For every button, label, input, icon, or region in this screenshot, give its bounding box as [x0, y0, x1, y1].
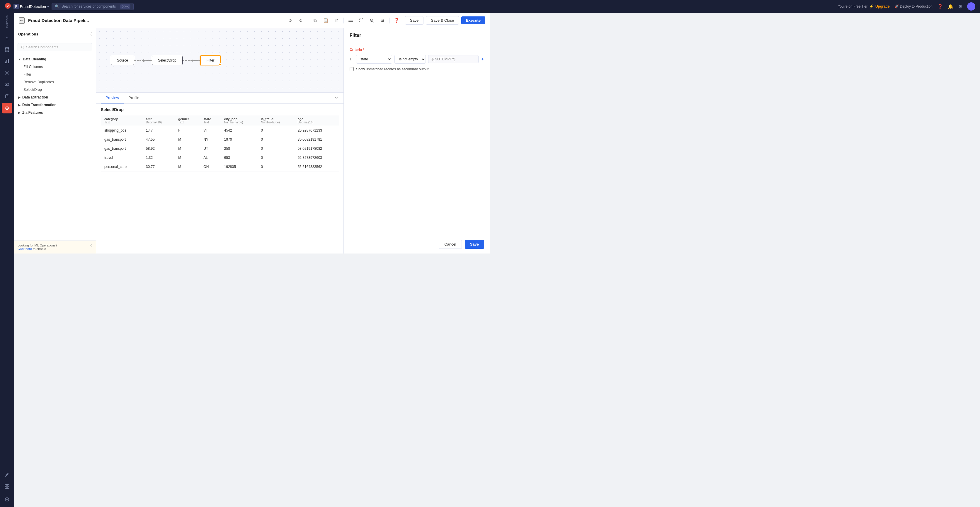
project-dropdown-icon[interactable]: ▾: [47, 5, 49, 9]
redo-button[interactable]: ↻: [296, 16, 305, 25]
copy-button[interactable]: ⧉: [311, 16, 320, 25]
filter-panel: Filter Criteria * 1 state is not empty: [344, 28, 490, 253]
chevron-right-icon: ▶: [18, 111, 21, 114]
criteria-number: 1: [350, 57, 354, 61]
category-zia-features[interactable]: ▶ Zia Features: [14, 109, 96, 116]
col-name: amt: [146, 117, 171, 121]
project-name[interactable]: F FraudDetection ▾: [13, 4, 49, 9]
table-cell: 0: [257, 162, 294, 172]
pipeline-title: Fraud Detection Data Pipeli...: [28, 18, 282, 23]
col-type: Number(large): [224, 121, 254, 124]
components-search[interactable]: Search Components: [18, 43, 92, 51]
paste-button[interactable]: 📋: [321, 16, 331, 25]
table-cell: personal_care: [101, 162, 142, 172]
category-data-extraction[interactable]: ▶ Data Extraction: [14, 94, 96, 101]
pipe-extension: [146, 60, 152, 60]
back-button[interactable]: ←: [19, 17, 25, 24]
active-indicator: [218, 63, 221, 66]
node-label: Source: [117, 58, 128, 62]
ops-item-select-drop[interactable]: Select/Drop: [14, 86, 96, 94]
svg-line-12: [7, 72, 9, 73]
global-search[interactable]: 🔍 Search for services or components ⌘+K: [52, 3, 134, 10]
tab-profile[interactable]: Profile: [124, 92, 144, 103]
col-header-city-pop: city_pop Number(large): [221, 116, 257, 126]
table-row: gas_transport58.92MUT258058.0219178082: [101, 144, 339, 153]
select-drop-node[interactable]: Select/Drop: [152, 56, 183, 65]
table-cell: 58.92: [142, 144, 175, 153]
table-cell: 1.32: [142, 153, 175, 162]
svg-point-2: [5, 47, 9, 49]
footer-text: Looking for ML Operations? Click here to…: [18, 243, 92, 251]
arrow-icon: ▶: [192, 58, 194, 62]
footer-link[interactable]: Click here: [18, 247, 32, 251]
source-node[interactable]: Source: [111, 56, 134, 65]
table-cell: NY: [200, 135, 220, 144]
table-row: personal_care30.77MOH192805055.616438356…: [101, 162, 339, 172]
criteria-value-input[interactable]: [428, 55, 479, 63]
ops-item-fill-columns[interactable]: Fill Columns: [14, 63, 96, 71]
zoom-out-button[interactable]: [367, 16, 377, 25]
undo-button[interactable]: ↺: [286, 16, 295, 25]
pipeline-nodes: Source ▶ Select/Drop ▶: [111, 56, 221, 65]
search-icon: 🔍: [55, 5, 59, 8]
footer-close-button[interactable]: ✕: [89, 243, 92, 248]
zoom-in-button[interactable]: [378, 16, 387, 25]
save-close-button[interactable]: Save & Close: [426, 16, 459, 25]
category-data-cleaning[interactable]: ▼ Data Cleaning: [14, 56, 96, 63]
svg-line-27: [372, 21, 374, 22]
sidebar-item-network[interactable]: [2, 68, 12, 78]
criteria-label: Criteria *: [350, 48, 484, 52]
filter-body: Criteria * 1 state is not empty +: [344, 43, 490, 235]
layout-button[interactable]: ▬: [346, 16, 355, 25]
svg-rect-3: [5, 62, 6, 63]
data-table: category Text amt Decimal(16) gender Tex…: [101, 116, 339, 172]
save-button[interactable]: Save: [405, 16, 424, 25]
tab-preview[interactable]: Preview: [101, 92, 124, 103]
table-cell: gas_transport: [101, 144, 142, 153]
table-cell: 0: [257, 135, 294, 144]
secondary-output-checkbox[interactable]: [350, 67, 354, 71]
filter-save-button[interactable]: Save: [465, 240, 484, 249]
ops-item-filter[interactable]: Filter: [14, 71, 96, 78]
collapse-panel-button[interactable]: ⟨: [90, 32, 92, 37]
add-criteria-button[interactable]: +: [481, 56, 484, 62]
connector-1: ▶: [134, 58, 152, 62]
fullscreen-button[interactable]: ⛶: [356, 16, 366, 25]
col-header-state: state Text: [200, 116, 220, 126]
services-label: Services: [6, 15, 8, 28]
toolbar-divider-2: [344, 17, 344, 24]
pipe-line: [134, 60, 144, 60]
condition-select[interactable]: is not empty: [395, 55, 426, 64]
pipeline-canvas[interactable]: Source ▶ Select/Drop ▶: [96, 28, 344, 92]
required-indicator: *: [363, 48, 364, 52]
col-name: age: [298, 117, 335, 121]
category-data-transformation[interactable]: ▶ Data Transformation: [14, 101, 96, 109]
cancel-button[interactable]: Cancel: [439, 240, 461, 249]
sidebar-item-pipeline[interactable]: [2, 103, 12, 113]
ops-item-remove-duplicates[interactable]: Remove Duplicates: [14, 78, 96, 86]
field-select[interactable]: state: [356, 55, 392, 64]
preview-expand-button[interactable]: [334, 95, 339, 101]
delete-button[interactable]: 🗑: [332, 16, 341, 25]
sidebar-item-database[interactable]: [2, 44, 12, 55]
table-cell: M: [175, 153, 200, 162]
sidebar-item-people[interactable]: [2, 79, 12, 90]
table-cell: 192805: [221, 162, 257, 172]
filter-node[interactable]: Filter: [200, 56, 221, 65]
left-sidebar: Services ⌂: [0, 13, 14, 253]
col-type: Number(large): [261, 121, 290, 124]
table-cell: 258: [221, 144, 257, 153]
help-button[interactable]: ❓: [392, 16, 401, 25]
ml-ops-footer: ✕ Looking for ML Operations? Click here …: [14, 240, 96, 253]
sidebar-item-analytics[interactable]: [2, 56, 12, 67]
table-cell: 47.55: [142, 135, 175, 144]
sidebar-item-home[interactable]: ⌂: [2, 33, 12, 43]
sidebar-item-flag[interactable]: [2, 91, 12, 102]
svg-rect-4: [6, 60, 7, 63]
criteria-text: Criteria: [350, 48, 362, 52]
table-cell: 0: [257, 144, 294, 153]
execute-button[interactable]: Execute: [461, 16, 485, 24]
col-type: Text: [204, 121, 217, 124]
col-header-is-fraud: is_fraud Number(large): [257, 116, 294, 126]
secondary-output-row: Show unmatched records as secondary outp…: [350, 67, 484, 71]
